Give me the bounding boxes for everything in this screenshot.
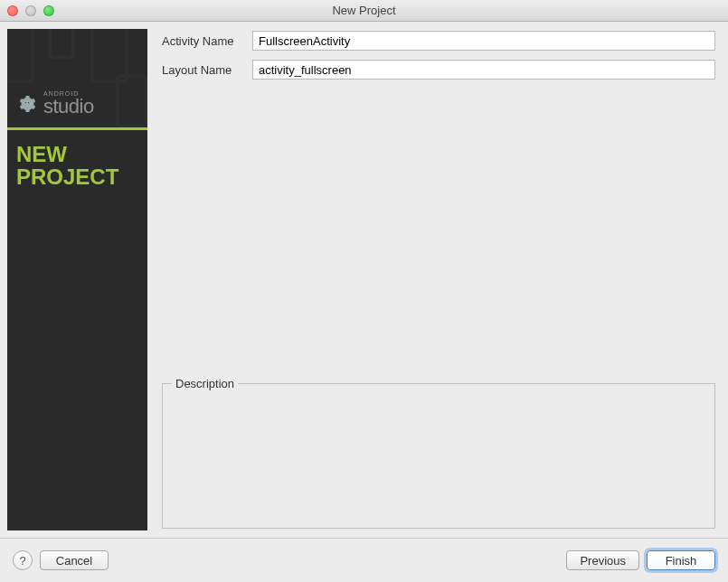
previous-button[interactable]: Previous bbox=[566, 550, 639, 570]
decorative-shapes bbox=[7, 29, 147, 127]
minimize-window-button[interactable] bbox=[25, 5, 36, 16]
layout-name-input[interactable] bbox=[252, 60, 715, 80]
window-controls bbox=[7, 5, 54, 16]
window-title: New Project bbox=[7, 4, 721, 17]
titlebar: New Project bbox=[0, 0, 728, 22]
description-fieldset: Description bbox=[162, 377, 715, 529]
layout-name-label: Layout Name bbox=[162, 63, 245, 77]
help-button[interactable]: ? bbox=[13, 550, 33, 570]
spacer bbox=[162, 89, 715, 370]
help-icon: ? bbox=[19, 554, 25, 568]
close-window-button[interactable] bbox=[7, 5, 18, 16]
dialog-body: ANDROID studio NEW PROJECT Activity Name… bbox=[0, 22, 728, 539]
wizard-step-title: NEW PROJECT bbox=[7, 130, 147, 201]
activity-name-label: Activity Name bbox=[162, 34, 245, 48]
dialog-footer: ? Cancel Previous Finish bbox=[0, 539, 728, 582]
sidebar-brand-panel: ANDROID studio bbox=[7, 29, 147, 130]
main-panel: Activity Name Layout Name Description bbox=[147, 22, 728, 538]
finish-button[interactable]: Finish bbox=[647, 550, 715, 570]
sidebar-fill bbox=[7, 201, 147, 530]
wizard-sidebar: ANDROID studio NEW PROJECT bbox=[7, 29, 147, 530]
layout-name-row: Layout Name bbox=[162, 60, 715, 80]
description-legend: Description bbox=[172, 377, 238, 390]
cancel-button[interactable]: Cancel bbox=[40, 550, 109, 570]
activity-name-input[interactable] bbox=[252, 31, 715, 51]
zoom-window-button[interactable] bbox=[43, 5, 54, 16]
activity-name-row: Activity Name bbox=[162, 31, 715, 51]
